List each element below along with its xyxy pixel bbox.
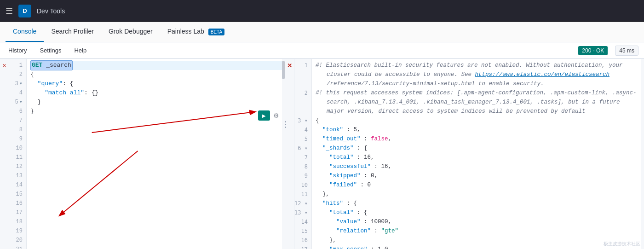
line-num-17: 17 bbox=[9, 208, 26, 217]
line-num-15: 15 bbox=[9, 190, 26, 199]
time-badge: 45 ms bbox=[615, 46, 638, 56]
nav-tabs: Console Search Profiler Grok Debugger Pa… bbox=[0, 22, 644, 42]
code-line-6: } bbox=[30, 107, 285, 116]
watermark: 极主皮游技术社区 bbox=[604, 241, 640, 247]
editor-panel: ✕ 1 2 3 4 5 6 7 8 9 10 11 12 bbox=[0, 59, 285, 249]
code-lines[interactable]: GET _search { "query": { "match_all": {}… bbox=[27, 59, 285, 249]
output-line-1: #! Elasticsearch built-in security featu… bbox=[316, 61, 644, 70]
line-num-11: 11 bbox=[9, 153, 26, 162]
output-linenum-14: 14 bbox=[294, 217, 311, 226]
code-line-5: } bbox=[30, 98, 285, 107]
output-line-6: "_shards" : { bbox=[316, 144, 644, 153]
line-num-20: 20 bbox=[9, 236, 26, 245]
code-line-7 bbox=[30, 116, 285, 125]
line-num-13: 13 bbox=[9, 171, 26, 180]
line-num-4: 4 bbox=[9, 88, 26, 98]
tab-console[interactable]: Console bbox=[6, 23, 44, 42]
code-line-12 bbox=[30, 162, 285, 171]
output-linenum-blank2 bbox=[294, 79, 311, 88]
output-line-10: "failed" : 0 bbox=[316, 180, 644, 190]
code-line-19 bbox=[30, 226, 285, 236]
output-linenum-3fold: 3 ▾ bbox=[294, 116, 311, 125]
output-line-2b: search, .kibana_7.13.4_001, .kibana_task… bbox=[316, 98, 644, 107]
line-num-19: 19 bbox=[9, 226, 26, 236]
output-error-x-icon: ✕ bbox=[287, 62, 292, 69]
output-line-3: { bbox=[316, 116, 644, 125]
beta-badge: BETA bbox=[208, 29, 224, 35]
output-line-11: }, bbox=[316, 190, 644, 199]
line-num-12: 12 bbox=[9, 162, 26, 171]
code-line-11 bbox=[30, 153, 285, 162]
output-line-8: "successful" : 16, bbox=[316, 162, 644, 171]
line-num-8: 8 bbox=[9, 125, 26, 134]
code-line-3: "query": { bbox=[30, 79, 285, 88]
output-scrollbar[interactable] bbox=[641, 59, 644, 249]
output-linenum-12fold: 12 ▾ bbox=[294, 199, 311, 208]
code-line-13 bbox=[30, 171, 285, 180]
line-num-9: 9 bbox=[9, 134, 26, 144]
output-linenum-11: 11 bbox=[294, 190, 311, 199]
code-line-21 bbox=[30, 245, 285, 249]
output-linenum-1: 1 bbox=[294, 61, 311, 70]
line-num-16: 16 bbox=[9, 199, 26, 208]
output-linenum-17: 17 bbox=[294, 245, 311, 249]
tab-search-profiler[interactable]: Search Profiler bbox=[44, 23, 101, 42]
output-line-numbers: 1 2 3 ▾ 4 5 6 ▾ 7 8 9 10 11 12 ▾ 13 ▾ 14… bbox=[294, 59, 312, 249]
gutter-left: ✕ bbox=[0, 59, 9, 249]
panel-divider[interactable] bbox=[284, 0, 287, 249]
code-line-8 bbox=[30, 125, 285, 134]
output-line-2c: major version, direct access to system i… bbox=[316, 107, 644, 116]
code-line-16 bbox=[30, 199, 285, 208]
tab-painless-lab[interactable]: Painless Lab BETA bbox=[160, 23, 232, 42]
divider-dots bbox=[285, 121, 286, 128]
line-num-21: 21 bbox=[9, 245, 26, 249]
output-linenum-blank4 bbox=[294, 107, 311, 116]
code-line-9 bbox=[30, 134, 285, 144]
output-linenum-10: 10 bbox=[294, 180, 311, 190]
output-line-1b: cluster could be accessible to anyone. S… bbox=[316, 70, 644, 79]
error-gutter-cell: ✕ bbox=[0, 61, 9, 70]
output-line-17: "max_score" : 1.0, bbox=[316, 245, 644, 249]
code-line-2: { bbox=[30, 70, 285, 79]
code-line-4: "match_all": {} bbox=[30, 88, 285, 98]
line-num-18: 18 bbox=[9, 217, 26, 226]
output-content: ✕ 1 2 3 ▾ 4 5 6 ▾ 7 8 9 10 11 12 ▾ bbox=[285, 59, 644, 249]
output-code: #! Elasticsearch built-in security featu… bbox=[312, 59, 644, 249]
main-content: ✕ 1 2 3 4 5 6 7 8 9 10 11 12 bbox=[0, 59, 644, 249]
code-line-1: GET _search bbox=[30, 61, 285, 70]
line-num-14: 14 bbox=[9, 180, 26, 190]
output-linenum-15: 15 bbox=[294, 226, 311, 236]
run-button[interactable] bbox=[258, 110, 270, 121]
output-linenum-blank1 bbox=[294, 70, 311, 79]
hamburger-icon[interactable]: ☰ bbox=[6, 6, 13, 16]
wrench-button[interactable]: ⚙ bbox=[271, 110, 281, 121]
output-linenum-4: 4 bbox=[294, 125, 311, 134]
line-num-7: 7 bbox=[9, 116, 26, 125]
output-linenum-2: 2 bbox=[294, 88, 311, 98]
code-line-14 bbox=[30, 180, 285, 190]
output-line-13: "total" : { bbox=[316, 208, 644, 217]
tab-grok-debugger[interactable]: Grok Debugger bbox=[101, 23, 160, 42]
output-linenum-7: 7 bbox=[294, 153, 311, 162]
output-line-4: "took" : 5, bbox=[316, 125, 644, 134]
error-x-icon: ✕ bbox=[3, 62, 6, 69]
settings-button[interactable]: Settings bbox=[37, 45, 64, 56]
output-line-12: "hits" : { bbox=[316, 199, 644, 208]
code-line-18 bbox=[30, 217, 285, 226]
code-line-20 bbox=[30, 236, 285, 245]
history-button[interactable]: History bbox=[6, 45, 29, 56]
code-line-10 bbox=[30, 144, 285, 153]
code-line-17 bbox=[30, 208, 285, 217]
line-num-5: 5 bbox=[9, 98, 26, 107]
output-gutter: ✕ bbox=[285, 59, 294, 249]
line-num-2: 2 bbox=[9, 70, 26, 79]
top-bar: ☰ D Dev Tools bbox=[0, 0, 644, 22]
output-panel: ✕ 1 2 3 ▾ 4 5 6 ▾ 7 8 9 10 11 12 ▾ bbox=[285, 59, 644, 249]
output-linenum-8: 8 bbox=[294, 162, 311, 171]
output-line-15: "relation" : "gte" bbox=[316, 226, 644, 236]
code-editor[interactable]: ✕ 1 2 3 4 5 6 7 8 9 10 11 12 bbox=[0, 59, 285, 249]
output-linenum-blank3 bbox=[294, 98, 311, 107]
line-num-10: 10 bbox=[9, 144, 26, 153]
help-button[interactable]: Help bbox=[71, 45, 89, 56]
line-num-3: 3 bbox=[9, 79, 26, 88]
